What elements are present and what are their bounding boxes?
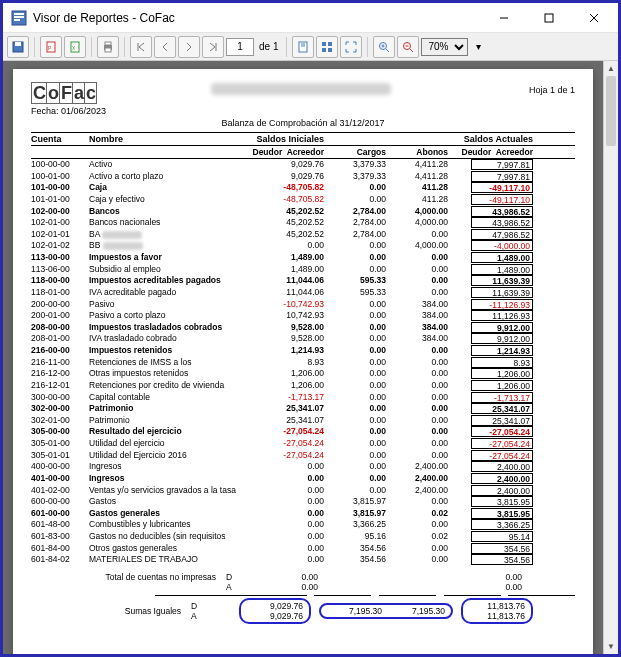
table-row: 113-00-00Impuestos a favor1,489.000.000.… [31, 252, 575, 264]
window-titlebar: Visor de Reportes - CoFac [3, 3, 618, 33]
sumas-si-ring: 9,029.76 9,029.76 [239, 598, 311, 624]
svg-rect-22 [322, 48, 326, 52]
close-button[interactable] [571, 4, 616, 32]
prev-page-icon[interactable] [154, 36, 176, 58]
print-icon[interactable] [97, 36, 119, 58]
sum-d-si: 9,029.76 [247, 601, 303, 611]
fullscreen-icon[interactable] [340, 36, 362, 58]
sum-cargo: 7,195.30 [327, 606, 382, 616]
sum-d-sa: 11,813.76 [469, 601, 525, 611]
svg-rect-20 [322, 42, 326, 46]
table-body: 100-00-00Activo9,029.763,379.334,411.287… [31, 159, 575, 566]
sumas-sa-ring: 11,813.76 11,813.76 [461, 598, 533, 624]
thumbnails-icon[interactable] [316, 36, 338, 58]
export-excel-icon[interactable]: X [64, 36, 86, 58]
hdr-cargos: Cargos [324, 147, 386, 157]
sum-a-sa: 11,813.76 [469, 611, 525, 621]
table-row: 102-01-01BA 45,202.522,784.000.0047,986.… [31, 229, 575, 241]
export-pdf-icon[interactable]: P [40, 36, 62, 58]
dropdown-icon[interactable]: ▾ [470, 36, 486, 58]
ni-d-sa: 0.00 [446, 572, 526, 582]
table-row: 600-00-00Gastos0.003,815.970.003,815.95 [31, 496, 575, 508]
minimize-button[interactable] [481, 4, 526, 32]
ni-a-si: 0.00 [244, 582, 322, 592]
zoom-out-icon[interactable] [397, 36, 419, 58]
table-row: 100-01-00Activo a corto plazo9,029.763,3… [31, 171, 575, 183]
hdr-saldos-actuales: Saldos Actuales [448, 134, 533, 144]
svg-rect-21 [328, 42, 332, 46]
table-row: 200-00-00Pasivo-10,742.930.00384.00-11,1… [31, 299, 575, 311]
totals-section: Total de cuentas no impresas D 0.00 0.00… [31, 572, 575, 624]
scroll-down-icon[interactable]: ▼ [604, 639, 618, 654]
hdr-nombre: Nombre [89, 134, 244, 144]
table-row: 601-83-00Gastos no deducibles (sin requi… [31, 531, 575, 543]
table-row: 113-06-00Subsidio al empleo1,489.000.000… [31, 264, 575, 276]
table-row: 601-84-02MATERIALES DE TRABAJO0.00354.56… [31, 554, 575, 566]
hdr-saldos-iniciales: Saldos Iniciales [244, 134, 324, 144]
page-of-label: de 1 [259, 41, 278, 52]
sumas-label: Sumas Iguales [31, 606, 191, 616]
svg-rect-15 [105, 42, 111, 45]
svg-rect-16 [105, 48, 111, 52]
table-row: 305-00-00Resultado del ejercicio-27,054.… [31, 426, 575, 438]
table-row: 200-01-00Pasivo a corto plazo10,742.930.… [31, 310, 575, 322]
table-row: 302-01-00Patrimonio25,341.070.000.0025,3… [31, 415, 575, 427]
zoom-in-icon[interactable] [373, 36, 395, 58]
table-header: Cuenta Nombre Saldos Iniciales Saldos Ac… [31, 132, 575, 146]
svg-rect-5 [545, 14, 553, 22]
svg-line-29 [410, 49, 413, 52]
svg-line-25 [386, 49, 389, 52]
table-row: 216-12-00Otras impuestos retenidos1,206.… [31, 368, 575, 380]
vertical-scrollbar[interactable]: ▲ ▼ [603, 61, 618, 654]
report-subtitle: Balanza de Comprobación al 31/12/2017 [31, 118, 575, 128]
sum-abono: 7,195.30 [390, 606, 445, 616]
table-row: 401-00-00Ingresos0.000.002,400.002,400.0… [31, 473, 575, 485]
report-date: Fecha: 01/06/2023 [31, 106, 575, 116]
app-icon [11, 10, 27, 26]
maximize-button[interactable] [526, 4, 571, 32]
page-indicator: Hoja 1 de 1 [529, 85, 575, 95]
scroll-up-icon[interactable]: ▲ [604, 61, 618, 76]
toolbar: P X de 1 70% ▾ [3, 33, 618, 61]
table-row: 601-00-00Gastos generales0.003,815.970.0… [31, 508, 575, 520]
first-page-icon[interactable] [130, 36, 152, 58]
table-row: 208-00-00Impuestos trasladados cobrados9… [31, 322, 575, 334]
table-row: 102-00-00Bancos45,202.522,784.004,000.00… [31, 206, 575, 218]
report-page: CoFac Hoja 1 de 1 Fecha: 01/06/2023 Bala… [13, 69, 593, 654]
table-row: 216-11-00Retenciones de IMSS a los8.930.… [31, 357, 575, 369]
table-row: 300-00-00Capital contable-1,713.170.000.… [31, 392, 575, 404]
svg-rect-2 [14, 16, 24, 18]
table-row: 102-01-00Bancos nacionales45,202.522,784… [31, 217, 575, 229]
hdr-abonos: Abonos [386, 147, 448, 157]
hdr-cuenta: Cuenta [31, 134, 89, 144]
window-title: Visor de Reportes - CoFac [33, 11, 481, 25]
table-row: 208-01-00IVA trasladado cobrado9,528.000… [31, 333, 575, 345]
sumas-cargos-ring: 7,195.30 7,195.30 [319, 603, 453, 619]
report-viewer: CoFac Hoja 1 de 1 Fecha: 01/06/2023 Bala… [3, 61, 603, 654]
svg-rect-23 [328, 48, 332, 52]
table-row: 216-00-00Impuestos retenidos1,214.930.00… [31, 345, 575, 357]
table-row: 601-48-00Combustibles y lubricantes0.003… [31, 519, 575, 531]
table-row: 101-01-00Caja y efectivo-48,705.820.0041… [31, 194, 575, 206]
last-page-icon[interactable] [202, 36, 224, 58]
next-page-icon[interactable] [178, 36, 200, 58]
no-impresas-label: Total de cuentas no impresas [31, 572, 226, 582]
page-number-input[interactable] [226, 38, 254, 56]
table-row: 100-00-00Activo9,029.763,379.334,411.287… [31, 159, 575, 171]
redacted-company [211, 83, 391, 95]
scroll-thumb[interactable] [606, 76, 616, 146]
table-row: 305-01-01Utilidad del Ejercicio 2016-27,… [31, 450, 575, 462]
sum-a-si: 9,029.76 [247, 611, 303, 621]
save-icon[interactable] [7, 36, 29, 58]
zoom-select[interactable]: 70% [421, 38, 468, 56]
table-row: 305-01-00Utilidad del ejercicio-27,054.2… [31, 438, 575, 450]
page-layout-icon[interactable] [292, 36, 314, 58]
svg-rect-1 [14, 13, 24, 15]
table-row: 216-12-01Retenciones por credito de vivi… [31, 380, 575, 392]
table-row: 302-00-00Patrimonio25,341.070.000.0025,3… [31, 403, 575, 415]
table-row: 118-00-00Impuestos acreditables pagados1… [31, 275, 575, 287]
table-row: 601-84-00Otros gastos generales0.00354.5… [31, 543, 575, 555]
table-subheader: Deudor Acreedor Cargos Abonos Deudor Acr… [31, 146, 575, 159]
ni-d-si: 0.00 [244, 572, 322, 582]
svg-rect-3 [14, 19, 20, 21]
